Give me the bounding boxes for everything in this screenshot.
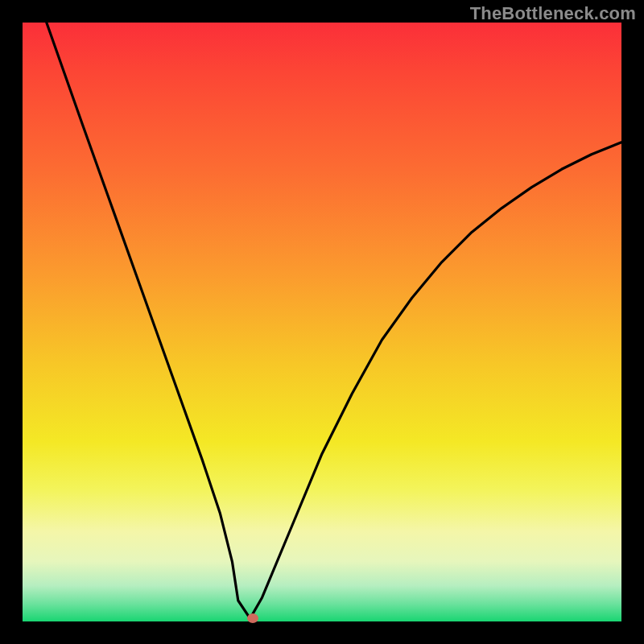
curve-layer: [23, 23, 621, 621]
minimum-marker: [247, 613, 258, 623]
bottleneck-curve: [47, 23, 621, 618]
watermark-text: TheBottleneck.com: [470, 3, 636, 24]
chart-frame: TheBottleneck.com: [0, 0, 644, 644]
plot-area: [23, 23, 621, 621]
